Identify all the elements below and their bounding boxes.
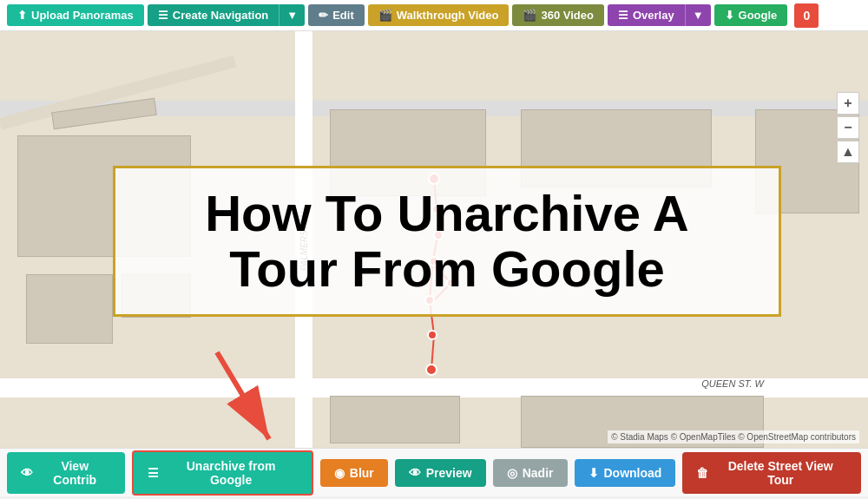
create-navigation-group: ☰ Create Navigation ▼ <box>148 4 305 26</box>
create-nav-label: Create Navigation <box>173 9 269 22</box>
compass-button[interactable]: ▲ <box>837 141 859 163</box>
counter-badge: 0 <box>794 3 819 28</box>
edit-button[interactable]: ✏ Edit <box>308 4 365 26</box>
upload-icon: ⬆ <box>17 9 27 22</box>
download-button[interactable]: ⬇ Download <box>575 459 676 487</box>
overlay-dropdown[interactable]: ▼ <box>685 4 711 26</box>
nadir-button[interactable]: ◎ Nadir <box>493 459 568 487</box>
create-navigation-button[interactable]: ☰ Create Navigation <box>148 4 279 26</box>
delete-icon: 🗑 <box>696 466 708 480</box>
nadir-label: Nadir <box>523 466 554 480</box>
preview-label: Preview <box>426 466 472 480</box>
unarchive-button[interactable]: ☰ Unarchive from Google <box>132 450 312 496</box>
blur-button[interactable]: ◉ Blur <box>320 459 388 487</box>
overlay-group: ☰ Overlay ▼ <box>608 4 711 26</box>
zoom-out-button[interactable]: − <box>837 116 859 139</box>
blur-label: Blur <box>350 466 374 480</box>
google-icon: ⬇ <box>725 9 734 22</box>
building-7 <box>330 396 460 443</box>
tour-title: How To Unarchive A Tour From Google <box>141 186 753 297</box>
map-copyright: © Stadia Maps © OpenMapTiles © OpenStree… <box>608 430 859 443</box>
map-container: QUEEN ST. W PALMERSTON... How To Unarchi… <box>0 31 868 448</box>
walkthrough-icon: 🎬 <box>378 9 392 22</box>
nadir-icon: ◎ <box>507 466 517 480</box>
view-contrib-label: View Contrib <box>38 459 111 487</box>
google-button[interactable]: ⬇ Google <box>714 4 788 26</box>
building-2 <box>26 274 113 344</box>
preview-button[interactable]: 👁 Preview <box>395 459 486 487</box>
walkthrough-label: Walkthrough Video <box>397 9 499 22</box>
top-toolbar: ⬆ Upload Panoramas ☰ Create Navigation ▼… <box>0 0 868 31</box>
edit-icon: ✏ <box>319 9 328 22</box>
download-icon: ⬇ <box>589 466 599 480</box>
overlay-label: Overlay <box>633 9 674 22</box>
delete-button[interactable]: 🗑 Delete Street View Tour <box>682 452 861 494</box>
unarchive-label: Unarchive from Google <box>164 459 297 487</box>
eye-icon: 👁 <box>21 466 33 480</box>
archive-icon: ☰ <box>148 466 159 480</box>
google-label: Google <box>739 9 778 22</box>
download-label: Download <box>604 466 662 480</box>
delete-label: Delete Street View Tour <box>713 459 847 487</box>
create-navigation-dropdown[interactable]: ▼ <box>279 4 305 26</box>
overlay-icon: ☰ <box>618 9 628 22</box>
preview-icon: 👁 <box>409 466 421 480</box>
overlay-button[interactable]: ☰ Overlay <box>608 4 685 26</box>
create-nav-icon: ☰ <box>158 9 168 22</box>
zoom-in-button[interactable]: + <box>837 92 859 115</box>
upload-panoramas-button[interactable]: ⬆ Upload Panoramas <box>7 4 144 26</box>
walkthrough-video-button[interactable]: 🎬 Walkthrough Video <box>368 4 510 26</box>
video360-button[interactable]: 🎬 360 Video <box>512 4 603 26</box>
view-contrib-button[interactable]: 👁 View Contrib <box>7 452 125 494</box>
video360-icon: 🎬 <box>523 9 536 22</box>
video360-label: 360 Video <box>541 9 593 22</box>
edit-label: Edit <box>332 9 354 22</box>
street-label-queen: QUEEN ST. W <box>701 378 764 389</box>
upload-label: Upload Panoramas <box>31 9 134 22</box>
action-bar: 👁 View Contrib ☰ Unarchive from Google ◉… <box>0 448 868 496</box>
blur-icon: ◉ <box>334 466 345 480</box>
tour-title-box: How To Unarchive A Tour From Google <box>113 166 781 317</box>
map-controls: + − ▲ <box>837 92 859 163</box>
